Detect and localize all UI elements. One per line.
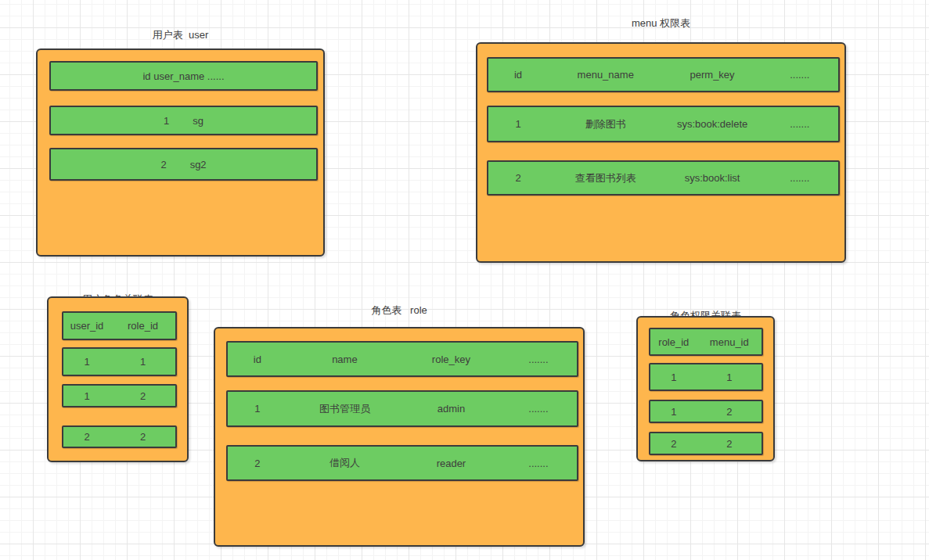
- cell: .......: [500, 458, 577, 469]
- cell: 2: [160, 159, 166, 171]
- cell: .......: [762, 69, 838, 81]
- table-row[interactable]: role_id menu_id: [649, 328, 763, 356]
- cell: role_id: [650, 336, 697, 348]
- cell: menu_id: [697, 336, 762, 348]
- table-row[interactable]: 2 借阅人 reader .......: [226, 445, 578, 481]
- table-row[interactable]: user_id role_id: [62, 311, 177, 340]
- cell: perm_key: [663, 69, 761, 81]
- cell: 1: [650, 372, 697, 383]
- cell: menu_name: [548, 69, 664, 81]
- cell: .......: [762, 172, 838, 184]
- table-row[interactable]: id menu_name perm_key .......: [487, 57, 840, 92]
- cell: id: [228, 354, 287, 365]
- table-menu-title[interactable]: menu 权限表: [476, 16, 846, 30]
- cell: id: [488, 69, 548, 81]
- cell: 1: [63, 390, 110, 402]
- table-user-box[interactable]: id user_name ...... 1 sg 2 sg2: [36, 48, 325, 257]
- cell: 2: [110, 431, 175, 443]
- table-row[interactable]: id name role_key .......: [226, 341, 578, 377]
- table-row[interactable]: 2 2: [649, 432, 763, 455]
- cell: 1: [164, 115, 169, 127]
- cell: name: [287, 354, 402, 365]
- table-role-menu-box[interactable]: role_id menu_id 1 1 1 2 2 2: [636, 316, 775, 461]
- cell: 2: [63, 431, 110, 443]
- cell: 2: [488, 172, 548, 184]
- table-row[interactable]: 1 2: [649, 400, 763, 423]
- cell: sys:book:list: [663, 172, 761, 184]
- cell: .......: [500, 403, 577, 415]
- cell: .......: [500, 354, 577, 365]
- cell: 2: [650, 438, 697, 450]
- cell: reader: [402, 458, 500, 469]
- table-row[interactable]: 2 查看图书列表 sys:book:list .......: [487, 160, 840, 196]
- table-row[interactable]: 1 1: [62, 347, 177, 376]
- cell: 2: [697, 406, 762, 418]
- cell: 1: [697, 372, 762, 383]
- cell: sg: [193, 115, 203, 127]
- cell: 图书管理员: [287, 402, 402, 416]
- cell: sys:book:delete: [663, 118, 761, 130]
- cell: 借阅人: [287, 456, 402, 470]
- cell: sg2: [190, 159, 207, 171]
- table-row[interactable]: 1 sg: [49, 106, 318, 135]
- cell: id user_name ......: [51, 70, 316, 82]
- cell: .......: [762, 118, 838, 130]
- cell: role_key: [402, 354, 500, 365]
- table-user-title[interactable]: 用户表 user: [36, 28, 325, 41]
- cell: 1: [110, 356, 175, 368]
- diagram-canvas: 用户表 user id user_name ...... 1 sg 2 sg2 …: [0, 0, 929, 560]
- cell: 删除图书: [548, 117, 664, 131]
- cell: 1: [63, 356, 110, 368]
- table-row[interactable]: 2 sg2: [49, 148, 318, 181]
- table-row[interactable]: 2 2: [62, 425, 177, 448]
- table-role-title[interactable]: 角色表 role: [214, 303, 585, 317]
- cell: 1: [488, 118, 548, 130]
- table-row[interactable]: 1 1: [649, 363, 763, 391]
- cell: 1: [228, 403, 287, 415]
- cell: user_id: [63, 320, 110, 332]
- table-menu-box[interactable]: id menu_name perm_key ....... 1 删除图书 sys…: [476, 42, 846, 263]
- cell: admin: [402, 403, 500, 415]
- table-user-role-box[interactable]: user_id role_id 1 1 1 2 2 2: [47, 296, 189, 462]
- table-row[interactable]: 1 删除图书 sys:book:delete .......: [487, 106, 840, 142]
- cell: 2: [228, 458, 287, 469]
- cell: 2: [110, 390, 175, 402]
- cell: 查看图书列表: [548, 171, 664, 185]
- table-role-box[interactable]: id name role_key ....... 1 图书管理员 admin .…: [214, 327, 585, 547]
- cell: role_id: [110, 320, 175, 332]
- table-row[interactable]: 1 2: [62, 384, 177, 407]
- table-row[interactable]: 1 图书管理员 admin .......: [226, 390, 578, 427]
- table-row[interactable]: id user_name ......: [49, 61, 318, 91]
- cell: 1: [650, 406, 697, 418]
- cell: 2: [697, 438, 762, 450]
